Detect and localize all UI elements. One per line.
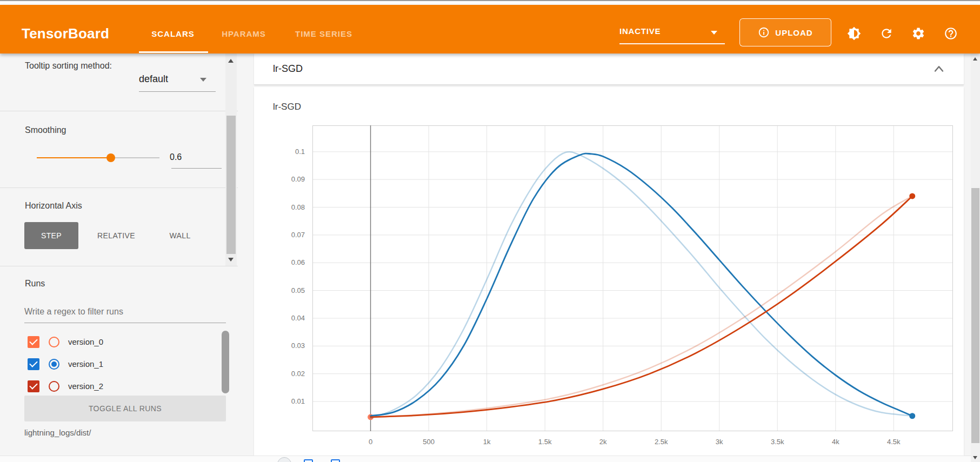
refresh-icon[interactable] <box>879 26 894 41</box>
x-tick-label: 500 <box>411 438 446 446</box>
chart-toggle-button-partial[interactable] <box>331 459 340 462</box>
x-tick-label: 0 <box>354 438 388 446</box>
help-icon[interactable] <box>944 26 958 41</box>
status-dropdown[interactable]: INACTIVE <box>619 26 725 45</box>
app-logo: TensorBoard <box>22 25 109 42</box>
tensorboard-window: TensorBoard SCALARS HPARAMS TIME SERIES … <box>0 0 980 462</box>
scalar-group-header[interactable]: lr-SGD <box>254 53 964 85</box>
upload-button-label: UPLOAD <box>775 28 812 37</box>
y-tick-label: 0.03 <box>254 342 305 350</box>
window-top-edge <box>0 0 980 5</box>
tab-hparams[interactable]: HPARAMS <box>211 27 276 41</box>
chevron-down-icon <box>711 31 717 35</box>
run-name: version_2 <box>68 381 103 391</box>
smoothing-value-input[interactable] <box>170 151 222 164</box>
slider-fill <box>37 157 111 158</box>
axis-option-step[interactable]: STEP <box>24 222 78 249</box>
upload-button[interactable]: UPLOAD <box>739 18 831 46</box>
run-name: version_1 <box>68 359 103 369</box>
divider <box>0 266 238 266</box>
page-scrollbar[interactable] <box>971 53 980 462</box>
scroll-down-arrow-icon[interactable] <box>228 258 234 262</box>
brightness-toggle-icon[interactable] <box>847 26 861 41</box>
log-directory-path: lightning_logs/dist/ <box>24 428 91 437</box>
chart-toggle-button-partial[interactable] <box>304 459 313 462</box>
status-dropdown-underline <box>619 43 725 44</box>
app-header: TensorBoard SCALARS HPARAMS TIME SERIES … <box>0 5 980 53</box>
runs-filter-input[interactable] <box>24 304 226 319</box>
y-tick-label: 0.06 <box>254 258 305 266</box>
run-checkbox[interactable] <box>28 358 39 370</box>
y-tick-label: 0.07 <box>254 231 305 239</box>
x-tick-label: 2.5k <box>644 438 678 446</box>
y-tick-label: 0.01 <box>254 397 305 405</box>
tab-scalars[interactable]: SCALARS <box>138 27 208 41</box>
collapse-chevron-up-icon[interactable] <box>931 61 947 77</box>
run-name: version_0 <box>68 337 103 346</box>
y-tick-label: 0.05 <box>254 286 305 294</box>
run-row-version-0[interactable]: version_0 <box>24 331 219 353</box>
x-tick-label: 1k <box>470 438 504 446</box>
axis-option-relative[interactable]: RELATIVE <box>89 222 143 249</box>
smoothing-slider[interactable] <box>37 153 159 163</box>
dropdown-underline <box>139 91 216 92</box>
horizontal-axis-label: Horizontal Axis <box>25 201 82 211</box>
run-radio[interactable] <box>49 359 59 370</box>
y-tick-label: 0.02 <box>254 370 305 378</box>
smoothing-input-underline <box>171 168 222 169</box>
y-tick-label: 0.09 <box>254 175 305 183</box>
scrollbar-thumb[interactable] <box>226 116 236 254</box>
chart-title: lr-SGD <box>273 102 301 112</box>
run-row-version-2[interactable]: version_2 <box>24 375 219 397</box>
x-tick-label: 3.5k <box>760 438 795 446</box>
bottom-edge-strip <box>0 456 971 462</box>
run-row-version-1[interactable]: version_1 <box>24 353 219 375</box>
y-tick-label: 0.08 <box>254 203 305 211</box>
x-tick-label: 4k <box>818 438 853 446</box>
chart-action-button-partial[interactable] <box>277 457 291 462</box>
tab-time-series[interactable]: TIME SERIES <box>283 27 365 41</box>
divider <box>0 111 238 111</box>
tooltip-sorting-label: Tooltip sorting method: <box>25 59 119 72</box>
y-tick-label: 0.1 <box>254 148 305 156</box>
info-icon <box>758 26 770 38</box>
active-tab-underline <box>139 51 208 53</box>
y-tick-label: 0.04 <box>254 314 305 322</box>
run-checkbox[interactable] <box>28 336 39 348</box>
x-tick-label: 4.5k <box>876 438 911 446</box>
axis-option-wall[interactable]: WALL <box>154 222 206 249</box>
run-radio[interactable] <box>49 337 59 347</box>
divider <box>0 188 238 188</box>
scroll-down-arrow-icon[interactable] <box>973 456 977 459</box>
tooltip-sorting-value: default <box>139 73 168 84</box>
toggle-all-runs-button[interactable]: TOGGLE ALL RUNS <box>24 396 226 421</box>
scalar-group-title: lr-SGD <box>273 63 303 75</box>
scroll-up-arrow-icon[interactable] <box>228 59 234 63</box>
runs-label: Runs <box>25 279 45 289</box>
tooltip-sorting-dropdown[interactable]: default <box>139 73 216 93</box>
run-radio[interactable] <box>49 381 59 392</box>
runs-list-scrollbar[interactable] <box>222 331 229 393</box>
settings-gear-icon[interactable] <box>911 26 925 41</box>
scroll-up-arrow-icon[interactable] <box>973 57 977 61</box>
x-tick-label: 1.5k <box>528 438 562 446</box>
x-tick-label: 2k <box>586 438 621 446</box>
chevron-down-icon <box>200 78 206 82</box>
scrollbar-thumb[interactable] <box>971 188 979 443</box>
x-tick-label: 3k <box>702 438 737 446</box>
sidebar-scrollbar[interactable] <box>225 53 237 266</box>
status-dropdown-value: INACTIVE <box>619 26 661 36</box>
slider-thumb[interactable] <box>106 153 115 162</box>
run-checkbox[interactable] <box>28 380 39 392</box>
line-chart-plot-area[interactable] <box>312 125 953 431</box>
runs-filter-underline <box>24 323 226 323</box>
smoothing-label: Smoothing <box>25 125 66 135</box>
